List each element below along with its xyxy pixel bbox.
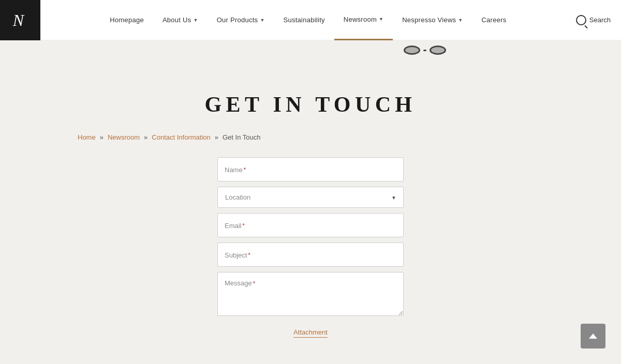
breadcrumb-contact[interactable]: Contact Information [152, 133, 210, 141]
subject-input[interactable] [217, 242, 404, 267]
search-icon [576, 15, 586, 25]
nav-about-us[interactable]: About Us ▼ [153, 0, 208, 40]
breadcrumb-sep-1: » [100, 133, 103, 141]
message-textarea[interactable] [217, 272, 404, 316]
breadcrumb: Home » Newsroom » Contact Information » … [21, 132, 600, 142]
contact-form: Name * Location United States United Kin… [217, 157, 404, 338]
nav-newsroom[interactable]: Newsroom ▼ [334, 0, 393, 40]
attachment-link[interactable]: Attachment [293, 328, 328, 338]
hero-image-strip [0, 40, 621, 82]
email-input[interactable] [217, 213, 404, 237]
nav-sustainability[interactable]: Sustainability [274, 0, 334, 40]
glasses-left-lens-icon [404, 46, 420, 55]
nav-our-products[interactable]: Our Products ▼ [208, 0, 274, 40]
message-field-wrapper: Message * [217, 272, 404, 318]
scroll-to-top-button[interactable] [581, 324, 605, 348]
breadcrumb-sep-3: » [215, 133, 218, 141]
nav-links: Homepage About Us ▼ Our Products ▼ Susta… [40, 0, 566, 40]
nav-careers[interactable]: Careers [472, 0, 515, 40]
nespresso-views-caret-icon: ▼ [458, 18, 463, 23]
search-button[interactable]: Search [566, 0, 621, 40]
page-title: GET IN TOUCH [205, 92, 417, 117]
breadcrumb-newsroom[interactable]: Newsroom [108, 133, 140, 141]
our-products-caret-icon: ▼ [260, 18, 264, 23]
page-title-section: GET IN TOUCH [205, 82, 417, 132]
breadcrumb-current: Get In Touch [223, 133, 260, 141]
subject-field-wrapper: Subject * [217, 242, 404, 267]
location-field-wrapper: Location United States United Kingdom Fr… [217, 187, 404, 208]
newsroom-caret-icon: ▼ [379, 17, 383, 22]
main-content: GET IN TOUCH Home » Newsroom » Contact I… [0, 40, 621, 358]
svg-text:N: N [12, 11, 25, 29]
about-us-caret-icon: ▼ [194, 18, 198, 23]
name-field-wrapper: Name * [217, 157, 404, 181]
form-container: Name * Location United States United Kin… [0, 157, 621, 358]
breadcrumb-sep-2: » [144, 133, 147, 141]
logo[interactable]: N [0, 0, 40, 40]
glasses-bridge-icon [423, 50, 426, 51]
name-input[interactable] [217, 157, 404, 181]
scroll-top-arrow-icon [589, 333, 597, 339]
nav-homepage[interactable]: Homepage [100, 0, 153, 40]
glasses-right-lens-icon [430, 46, 446, 55]
navigation: N Homepage About Us ▼ Our Products ▼ Sus… [0, 0, 621, 40]
email-field-wrapper: Email * [217, 213, 404, 237]
breadcrumb-home[interactable]: Home [78, 133, 96, 141]
nav-nespresso-views[interactable]: Nespresso Views ▼ [393, 0, 472, 40]
location-select[interactable]: Location United States United Kingdom Fr… [217, 187, 404, 208]
